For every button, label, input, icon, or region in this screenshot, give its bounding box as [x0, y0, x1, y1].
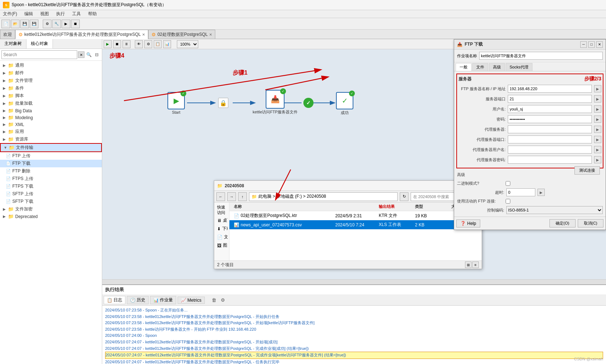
file-row-0[interactable]: 📄 02处理数据至PostgreSQL.ktr 2024/5/9 2:31 KT…	[229, 211, 482, 220]
tree-item-app[interactable]: ▶ 📁 应用	[0, 128, 102, 135]
log-btn[interactable]: 📋	[154, 40, 162, 48]
ftp-help-btn[interactable]: ❓ Help	[456, 219, 480, 227]
ftp-tab-general[interactable]: 一般	[456, 63, 472, 71]
sidebar-item-desktop[interactable]: 🖥 桌面	[216, 216, 228, 225]
clear-log-icon[interactable]: 🗑	[211, 296, 218, 304]
search-clear-btn[interactable]: ✕	[78, 51, 84, 58]
tab-second[interactable]: ⚙ 02处理数据至PostgreSQL ✕	[148, 30, 215, 39]
tab-main-close[interactable]: ✕	[142, 33, 145, 37]
ftp-active-checkbox[interactable]	[506, 199, 510, 204]
ftp-username-arrow[interactable]: ▶	[594, 105, 601, 113]
metrics-btn[interactable]: 📊	[163, 40, 171, 48]
new-btn[interactable]: 📄	[1, 20, 10, 28]
canvas-scrollbar[interactable]	[102, 279, 606, 284]
ftp-jobname-input[interactable]	[479, 52, 603, 60]
ftp-server-ip-input[interactable]	[508, 85, 592, 93]
sidebar-item-pics[interactable]: 🖼 图片	[216, 241, 228, 250]
menu-file[interactable]: 文件(F)	[1, 11, 18, 17]
tree-item-resource[interactable]: ▶ 📁 资源库	[0, 135, 102, 143]
bottom-tab-log[interactable]: 📋 日志	[104, 296, 125, 304]
toolbar-btn-1[interactable]: ⚙	[43, 20, 51, 28]
stop-btn[interactable]: ⏹	[113, 40, 121, 48]
tab-second-close[interactable]: ✕	[209, 33, 212, 37]
ftp-timeout-input[interactable]	[506, 188, 535, 196]
zoom-select[interactable]: 100% 75% 150%	[177, 40, 198, 48]
ftp-cancel-btn[interactable]: 取消(C)	[578, 219, 603, 227]
ftp-tab-file[interactable]: 文件	[472, 63, 488, 71]
node-start[interactable]: ▶ ✓ Start	[167, 92, 185, 114]
ftp-proxy-port-input[interactable]	[508, 135, 592, 143]
ftp-password-arrow[interactable]: ▶	[594, 116, 601, 123]
test-connection-btn[interactable]: 测试连接	[574, 166, 600, 175]
nav-forward-btn[interactable]: →	[227, 192, 236, 201]
tree-item-mail[interactable]: ▶ 📁 邮件	[0, 69, 102, 77]
ftp-close-btn[interactable]: ✕	[596, 41, 603, 48]
save-as-btn[interactable]: 💾	[30, 20, 38, 28]
tree-item-script[interactable]: ▶ 📁 脚本	[0, 92, 102, 100]
nav-up-btn[interactable]: ↑	[238, 192, 247, 201]
ftp-proxy-arrow[interactable]: ▶	[594, 126, 601, 133]
ftp-proxy-user-arrow[interactable]: ▶	[594, 146, 601, 153]
ftp-port-arrow[interactable]: ▶	[594, 95, 601, 102]
ftp-proxy-user-input[interactable]	[508, 146, 592, 154]
ftp-tab-advanced[interactable]: 高级	[489, 63, 505, 71]
ftp-proxy-pwd-input[interactable]	[508, 156, 592, 164]
bottom-tab-history[interactable]: 🕐 历史	[127, 296, 149, 304]
nav-refresh-btn[interactable]: ↻	[400, 192, 408, 201]
tree-item-modeling[interactable]: ▶ 📁 Modeling	[0, 114, 102, 121]
settings-log-icon[interactable]: ⚙	[219, 296, 227, 304]
tree-item-xml[interactable]: ▶ 📁 XML	[0, 121, 102, 128]
bottom-tab-metrics[interactable]: 📈 Metrics	[178, 297, 205, 304]
ftp-timeout-arrow[interactable]: ▶	[537, 189, 545, 196]
tree-item-ftp-upload[interactable]: 📄 FTP 上传	[0, 152, 102, 160]
menu-tools[interactable]: 工具	[71, 11, 82, 17]
toolbar-btn-2[interactable]: 🔧	[52, 20, 61, 28]
ftp-ok-btn[interactable]: 确定(O)	[549, 219, 576, 227]
preview-btn[interactable]: 👁	[135, 40, 143, 48]
left-tab-main-objects[interactable]: 主对象树	[0, 39, 26, 49]
tree-item-bigdata[interactable]: ▶ 📁 Big Data	[0, 107, 102, 114]
collapse-icon-btn[interactable]: ⊟	[93, 51, 100, 58]
bottom-tab-jobload[interactable]: 📊 作业量	[150, 296, 176, 304]
tree-item-condition[interactable]: ▶ 📁 条件	[0, 84, 102, 92]
tab-main[interactable]: ⚙ kettle012kettle访问FTP服务器文件并处理数据至Postgre…	[15, 30, 148, 39]
ftp-username-input[interactable]	[508, 105, 592, 113]
node-ftp[interactable]: 📥 ✓ kettle访问FTP服务器文件	[253, 90, 298, 115]
ftp-tab-socks[interactable]: Socks代理	[506, 63, 532, 71]
tree-item-filetransfer[interactable]: ▼ 📁 文件传输	[0, 143, 102, 152]
open-btn[interactable]: 📂	[11, 20, 20, 28]
node-success[interactable]: ✓ ✓ 成功	[336, 92, 353, 116]
pause-btn[interactable]: ⏸	[123, 40, 130, 48]
ftp-binary-checkbox[interactable]	[506, 181, 510, 186]
ftp-server-ip-arrow[interactable]: ▶	[594, 85, 601, 92]
run-btn[interactable]: ▶	[104, 40, 112, 48]
file-col-type-header[interactable]: 类型	[414, 203, 450, 210]
tree-item-sftp-download[interactable]: 📄 SFTP 下载	[0, 198, 102, 205]
file-row-1[interactable]: 📊 news_api_user_072407573.csv 2024/5/10 …	[229, 220, 482, 229]
search-icon-btn[interactable]: 🔍	[85, 51, 92, 58]
tree-item-sftp-upload[interactable]: 📄 SFTP 上传	[0, 190, 102, 198]
tree-item-ftp-delete[interactable]: 📄 FTP 删除	[0, 167, 102, 175]
file-col-date-header[interactable]	[334, 203, 377, 210]
ftp-minimize-btn[interactable]: ─	[580, 41, 587, 48]
tab-welcome[interactable]: 欢迎	[0, 30, 15, 39]
ftp-proxy-input[interactable]	[508, 125, 592, 133]
ftp-proxy-pwd-arrow[interactable]: ▶	[594, 156, 601, 163]
menu-execute[interactable]: 执行	[55, 11, 66, 17]
tree-item-ftps-upload[interactable]: 📄 FTPS 上传	[0, 175, 102, 183]
run-options-btn[interactable]: ⚙	[144, 40, 152, 48]
tree-item-ftps-download[interactable]: 📄 FTPS 下载	[0, 183, 102, 190]
sidebar-item-download[interactable]: ⬇ 下载	[216, 225, 228, 233]
tree-item-batch[interactable]: ▶ 📁 批量加载	[0, 100, 102, 107]
ftp-proxy-port-arrow[interactable]: ▶	[594, 136, 601, 143]
tree-item-deprecated[interactable]: ▶ 📁 Deprecated	[0, 213, 102, 220]
view-list-btn[interactable]: ≡	[472, 262, 479, 268]
nav-back-btn[interactable]: ←	[216, 192, 225, 201]
tree-item-encrypt[interactable]: ▶ 📁 文件加密	[0, 205, 102, 213]
file-col-name-header[interactable]: 名称	[232, 203, 334, 210]
menu-view[interactable]: 视图	[39, 11, 50, 17]
left-tab-core-objects[interactable]: 核心对象	[26, 39, 53, 49]
tree-item-filemgr[interactable]: ▶ 📁 文件管理	[0, 77, 102, 84]
sidebar-item-docs[interactable]: 📄 文档	[216, 233, 228, 241]
ftp-password-input[interactable]	[508, 115, 592, 123]
